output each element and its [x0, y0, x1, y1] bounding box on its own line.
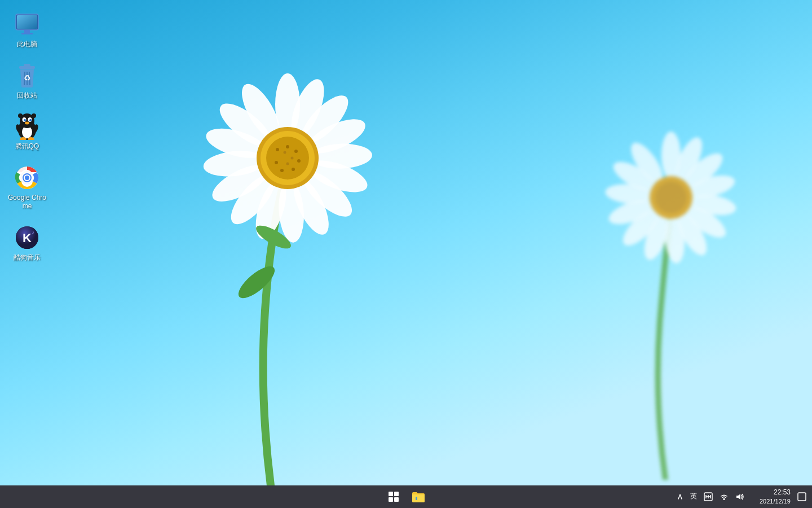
- notification-center-button[interactable]: [796, 490, 807, 503]
- secondary-daisy: [553, 85, 767, 480]
- svg-rect-51: [21, 33, 33, 34]
- taskbar-center: [382, 488, 430, 506]
- desktop-icons: 此电脑 ♻ 回收站: [0, 0, 54, 279]
- svg-point-24: [275, 161, 278, 164]
- recycle-bin-icon: ♻: [14, 62, 41, 89]
- svg-point-21: [297, 159, 301, 163]
- svg-point-71: [32, 113, 36, 118]
- system-tray: 英: [674, 487, 807, 506]
- folder-icon: [412, 491, 425, 502]
- svg-point-27: [291, 157, 294, 160]
- svg-rect-53: [24, 64, 30, 67]
- svg-point-70: [18, 113, 23, 118]
- svg-point-18: [266, 137, 309, 179]
- ime-icon[interactable]: [701, 490, 715, 503]
- network-icon[interactable]: [717, 490, 731, 503]
- taskbar: 英: [0, 485, 812, 508]
- svg-point-29: [234, 261, 280, 303]
- network-status-icon: [720, 492, 729, 501]
- clock-date: 2021/12/19: [760, 497, 791, 505]
- desktop-icon-kugou[interactable]: K ♪ 酷狗音乐: [5, 222, 50, 265]
- ime-lang-indicator[interactable]: 英: [688, 491, 699, 502]
- clock-display[interactable]: 22:53 2021/12/19: [749, 487, 794, 506]
- qq-icon-label: 腾讯QQ: [15, 142, 39, 151]
- kugou-icon-label: 酷狗音乐: [14, 253, 41, 262]
- svg-rect-90: [798, 493, 806, 501]
- input-method-icon: [704, 492, 713, 501]
- svg-text:K: K: [23, 231, 32, 245]
- speaker-icon: [735, 492, 744, 501]
- svg-point-22: [292, 168, 295, 171]
- notification-icon: [797, 492, 806, 501]
- svg-point-65: [25, 120, 26, 121]
- svg-point-26: [284, 151, 286, 154]
- desktop: 此电脑 ♻ 回收站: [0, 0, 812, 485]
- svg-point-28: [286, 163, 289, 165]
- chevron-up-icon: [677, 493, 683, 500]
- show-hidden-icons-button[interactable]: [674, 491, 686, 502]
- desktop-icon-computer[interactable]: 此电脑: [5, 8, 50, 51]
- svg-point-20: [294, 150, 298, 153]
- svg-text:♻: ♻: [24, 73, 31, 82]
- windows-logo-icon: [389, 492, 399, 502]
- desktop-icon-recycle[interactable]: ♻ 回收站: [5, 60, 50, 103]
- svg-point-19: [286, 145, 289, 148]
- start-button[interactable]: [382, 488, 405, 506]
- svg-point-66: [30, 120, 32, 121]
- svg-point-23: [280, 169, 284, 172]
- svg-point-78: [25, 176, 29, 180]
- clock-time: 22:53: [774, 488, 791, 497]
- chrome-icon-label: Google Chrome: [7, 194, 47, 211]
- monitor-icon: [14, 11, 41, 38]
- svg-text:♪: ♪: [32, 229, 34, 235]
- svg-rect-49: [17, 15, 37, 29]
- kugou-icon: K ♪: [14, 224, 41, 251]
- file-explorer-taskbar-button[interactable]: [407, 488, 430, 506]
- svg-rect-50: [24, 30, 30, 33]
- chrome-icon: [14, 164, 41, 191]
- main-daisy: [113, 0, 423, 485]
- svg-point-67: [25, 122, 29, 125]
- desktop-icon-chrome[interactable]: Google Chrome: [5, 162, 50, 213]
- svg-point-89: [723, 498, 725, 500]
- recycle-icon-label: 回收站: [17, 91, 37, 100]
- svg-point-46: [655, 182, 687, 213]
- svg-rect-83: [416, 497, 417, 500]
- svg-point-25: [276, 148, 279, 151]
- volume-icon[interactable]: [733, 490, 747, 503]
- qq-icon: [14, 113, 41, 140]
- computer-icon-label: 此电脑: [17, 40, 37, 49]
- desktop-icon-qq[interactable]: 腾讯QQ: [5, 111, 50, 154]
